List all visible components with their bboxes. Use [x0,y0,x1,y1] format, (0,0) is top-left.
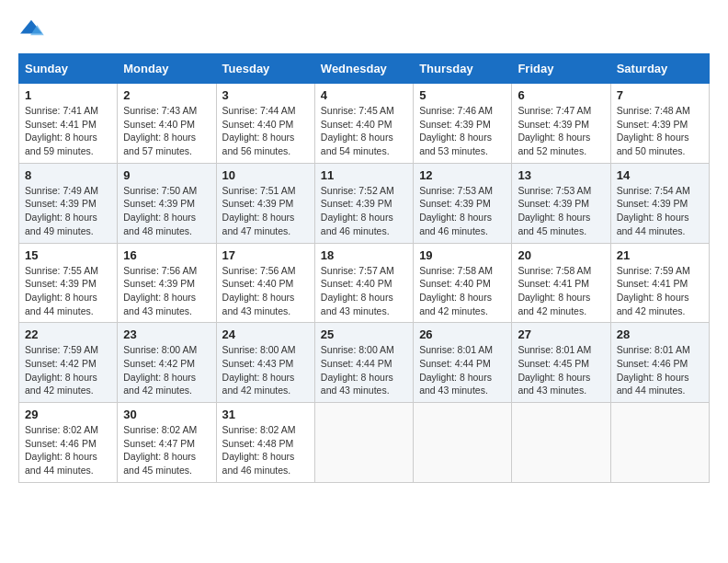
day-info: Sunrise: 8:00 AMSunset: 4:43 PMDaylight:… [222,343,309,397]
weekday-sunday: Sunday [19,54,118,84]
day-info: Sunrise: 7:52 AMSunset: 4:39 PMDaylight:… [321,184,407,238]
header [18,18,710,39]
weekday-wednesday: Wednesday [314,54,413,84]
calendar-cell: 14Sunrise: 7:54 AMSunset: 4:39 PMDayligh… [610,163,709,243]
calendar-cell: 30Sunrise: 8:02 AMSunset: 4:47 PMDayligh… [118,403,216,483]
week-row-2: 8Sunrise: 7:49 AMSunset: 4:39 PMDaylight… [19,163,710,243]
day-info: Sunrise: 8:02 AMSunset: 4:48 PMDaylight:… [222,423,309,477]
day-number: 25 [321,327,407,341]
calendar-cell: 8Sunrise: 7:49 AMSunset: 4:39 PMDaylight… [19,163,118,243]
day-number: 13 [518,168,604,182]
day-info: Sunrise: 7:59 AMSunset: 4:42 PMDaylight:… [25,343,111,397]
day-info: Sunrise: 7:56 AMSunset: 4:39 PMDaylight:… [123,264,210,318]
day-number: 28 [617,327,703,341]
calendar-cell: 4Sunrise: 7:45 AMSunset: 4:40 PMDaylight… [314,84,413,164]
calendar-cell: 2Sunrise: 7:43 AMSunset: 4:40 PMDaylight… [118,84,216,164]
day-info: Sunrise: 7:43 AMSunset: 4:40 PMDaylight:… [123,104,210,158]
day-number: 24 [222,327,309,341]
day-info: Sunrise: 8:01 AMSunset: 4:46 PMDaylight:… [617,343,703,397]
calendar-cell: 10Sunrise: 7:51 AMSunset: 4:39 PMDayligh… [216,163,314,243]
day-info: Sunrise: 7:53 AMSunset: 4:39 PMDaylight:… [518,184,604,238]
day-number: 29 [25,408,111,421]
day-number: 8 [25,168,111,182]
day-info: Sunrise: 7:45 AMSunset: 4:40 PMDaylight:… [321,104,407,158]
calendar-cell: 29Sunrise: 8:02 AMSunset: 4:46 PMDayligh… [19,403,118,483]
calendar-table: SundayMondayTuesdayWednesdayThursdayFrid… [18,53,710,483]
weekday-header-row: SundayMondayTuesdayWednesdayThursdayFrid… [19,54,710,84]
day-info: Sunrise: 8:00 AMSunset: 4:42 PMDaylight:… [123,343,210,397]
calendar-cell: 26Sunrise: 8:01 AMSunset: 4:44 PMDayligh… [414,323,512,403]
day-number: 15 [25,248,111,262]
calendar-cell: 25Sunrise: 8:00 AMSunset: 4:44 PMDayligh… [314,323,413,403]
day-number: 23 [123,327,210,341]
calendar-cell: 31Sunrise: 8:02 AMSunset: 4:48 PMDayligh… [216,403,314,483]
day-info: Sunrise: 7:50 AMSunset: 4:39 PMDaylight:… [123,184,210,238]
calendar-cell [512,403,610,483]
day-info: Sunrise: 7:48 AMSunset: 4:39 PMDaylight:… [617,104,703,158]
weekday-monday: Monday [118,54,216,84]
calendar-cell [414,403,512,483]
day-number: 26 [419,327,506,341]
day-info: Sunrise: 7:54 AMSunset: 4:39 PMDaylight:… [617,184,703,238]
calendar-cell: 24Sunrise: 8:00 AMSunset: 4:43 PMDayligh… [216,323,314,403]
calendar-cell [610,403,709,483]
day-number: 19 [419,248,506,262]
day-number: 11 [321,168,407,182]
week-row-4: 22Sunrise: 7:59 AMSunset: 4:42 PMDayligh… [19,323,710,403]
calendar-cell: 28Sunrise: 8:01 AMSunset: 4:46 PMDayligh… [610,323,709,403]
day-number: 16 [123,248,210,262]
calendar-cell [314,403,413,483]
day-number: 7 [617,88,703,102]
calendar-cell: 13Sunrise: 7:53 AMSunset: 4:39 PMDayligh… [512,163,610,243]
day-info: Sunrise: 7:49 AMSunset: 4:39 PMDaylight:… [25,184,111,238]
day-number: 1 [25,88,111,102]
calendar-cell: 21Sunrise: 7:59 AMSunset: 4:41 PMDayligh… [610,243,709,323]
calendar-cell: 20Sunrise: 7:58 AMSunset: 4:41 PMDayligh… [512,243,610,323]
logo [18,18,48,39]
day-info: Sunrise: 8:01 AMSunset: 4:45 PMDaylight:… [518,343,604,397]
calendar-cell: 9Sunrise: 7:50 AMSunset: 4:39 PMDaylight… [118,163,216,243]
day-info: Sunrise: 7:41 AMSunset: 4:41 PMDaylight:… [25,104,111,158]
calendar-cell: 6Sunrise: 7:47 AMSunset: 4:39 PMDaylight… [512,84,610,164]
day-number: 5 [419,88,506,102]
logo-icon [18,18,44,39]
day-number: 10 [222,168,309,182]
day-number: 17 [222,248,309,262]
calendar-cell: 11Sunrise: 7:52 AMSunset: 4:39 PMDayligh… [314,163,413,243]
calendar-cell: 22Sunrise: 7:59 AMSunset: 4:42 PMDayligh… [19,323,118,403]
calendar-cell: 27Sunrise: 8:01 AMSunset: 4:45 PMDayligh… [512,323,610,403]
day-info: Sunrise: 7:47 AMSunset: 4:39 PMDaylight:… [518,104,604,158]
day-info: Sunrise: 7:46 AMSunset: 4:39 PMDaylight:… [419,104,506,158]
day-number: 27 [518,327,604,341]
calendar-cell: 16Sunrise: 7:56 AMSunset: 4:39 PMDayligh… [118,243,216,323]
day-info: Sunrise: 8:02 AMSunset: 4:47 PMDaylight:… [123,423,210,477]
calendar-cell: 1Sunrise: 7:41 AMSunset: 4:41 PMDaylight… [19,84,118,164]
day-number: 14 [617,168,703,182]
day-info: Sunrise: 8:02 AMSunset: 4:46 PMDaylight:… [25,423,111,477]
week-row-3: 15Sunrise: 7:55 AMSunset: 4:39 PMDayligh… [19,243,710,323]
calendar-cell: 3Sunrise: 7:44 AMSunset: 4:40 PMDaylight… [216,84,314,164]
week-row-5: 29Sunrise: 8:02 AMSunset: 4:46 PMDayligh… [19,403,710,483]
day-number: 31 [222,408,309,421]
day-number: 21 [617,248,703,262]
calendar-cell: 7Sunrise: 7:48 AMSunset: 4:39 PMDaylight… [610,84,709,164]
day-info: Sunrise: 8:00 AMSunset: 4:44 PMDaylight:… [321,343,407,397]
day-number: 6 [518,88,604,102]
calendar-cell: 17Sunrise: 7:56 AMSunset: 4:40 PMDayligh… [216,243,314,323]
day-info: Sunrise: 7:53 AMSunset: 4:39 PMDaylight:… [419,184,506,238]
day-info: Sunrise: 7:59 AMSunset: 4:41 PMDaylight:… [617,264,703,318]
weekday-saturday: Saturday [610,54,709,84]
day-number: 2 [123,88,210,102]
day-info: Sunrise: 7:51 AMSunset: 4:39 PMDaylight:… [222,184,309,238]
day-number: 12 [419,168,506,182]
day-number: 3 [222,88,309,102]
day-number: 22 [25,327,111,341]
week-row-1: 1Sunrise: 7:41 AMSunset: 4:41 PMDaylight… [19,84,710,164]
day-info: Sunrise: 7:58 AMSunset: 4:41 PMDaylight:… [518,264,604,318]
day-info: Sunrise: 7:58 AMSunset: 4:40 PMDaylight:… [419,264,506,318]
calendar-cell: 23Sunrise: 8:00 AMSunset: 4:42 PMDayligh… [118,323,216,403]
weekday-tuesday: Tuesday [216,54,314,84]
day-info: Sunrise: 7:57 AMSunset: 4:40 PMDaylight:… [321,264,407,318]
day-info: Sunrise: 8:01 AMSunset: 4:44 PMDaylight:… [419,343,506,397]
day-number: 18 [321,248,407,262]
